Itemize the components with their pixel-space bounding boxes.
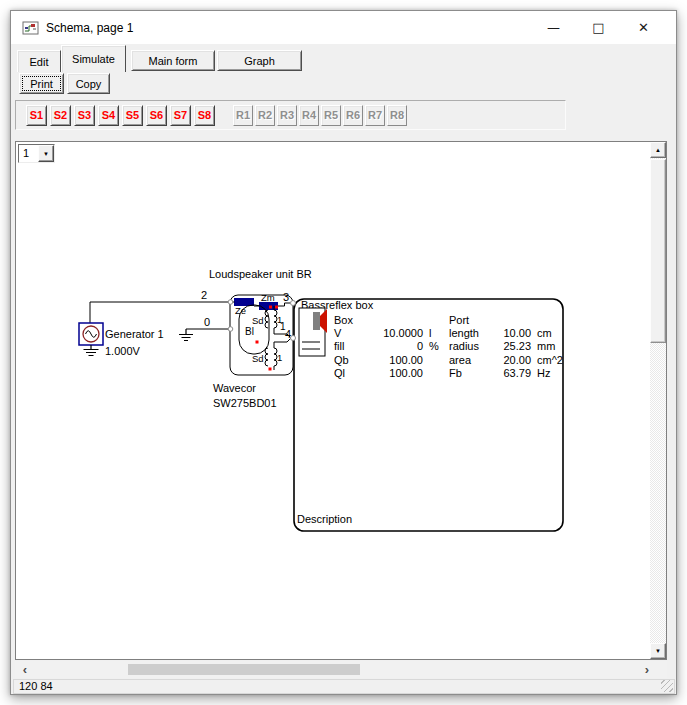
page-selector[interactable]: 1 ▼ [18, 144, 55, 163]
r4-button: R4 [299, 105, 319, 126]
r6-button: R6 [343, 105, 363, 126]
caption-buttons: — □ ✕ [531, 11, 666, 44]
scroll-down-button[interactable]: ▼ [650, 643, 666, 659]
scroll-up-button[interactable]: ▲ [650, 142, 666, 158]
ground-symbol[interactable] [179, 329, 228, 341]
r8-button: R8 [387, 105, 407, 126]
minimize-button[interactable]: — [531, 11, 576, 44]
schematic-canvas[interactable]: Generator 1 1.000V Loudspeaker unit BR 2… [15, 141, 667, 660]
tab-strip: Edit Simulate Main form Graph [11, 44, 676, 72]
s5-button[interactable]: S5 [122, 105, 143, 126]
box-header: Box [334, 314, 353, 326]
r2-button: R2 [255, 105, 275, 126]
s-button-group: S1 S2 S3 S4 S5 S6 S7 S8 [26, 105, 218, 126]
s8-button[interactable]: S8 [194, 105, 215, 126]
s4-button[interactable]: S4 [98, 105, 119, 126]
port-row-radius-label: radius [449, 340, 479, 352]
sd-bottom-label: Sd [252, 353, 264, 364]
print-button[interactable]: Print [19, 73, 64, 94]
copy-button[interactable]: Copy [67, 73, 110, 94]
port-row-radius-value: 25.23 [503, 340, 531, 352]
port-row-area-label: area [449, 354, 472, 366]
s3-button[interactable]: S3 [74, 105, 95, 126]
ze-label: Ze [235, 305, 246, 316]
app-icon [22, 20, 39, 36]
port-row-fb-unit: Hz [537, 367, 550, 379]
sd-top-label: Sd [252, 315, 264, 326]
port-row-length-label: length [449, 327, 479, 339]
window-title: Schema, page 1 [46, 21, 133, 35]
bassreflex-box-component[interactable]: Bassreflex box Box V 10.0000 l fill 0 % … [294, 299, 563, 531]
port-row-fb-value: 63.79 [503, 367, 531, 379]
description-label: Description [297, 513, 352, 525]
box-row-qb-value: 100.00 [389, 354, 423, 366]
scroll-up-icon: ▲ [655, 147, 661, 153]
s6-button[interactable]: S6 [146, 105, 167, 126]
box-row-v-unit: l [429, 327, 431, 339]
vertical-scrollbar[interactable]: ▲ ▼ [650, 142, 666, 659]
close-button[interactable]: ✕ [621, 11, 666, 44]
ratio-bottom-label: 1 [277, 352, 282, 363]
box-row-fill-label: fill [334, 340, 344, 352]
r1-button: R1 [233, 105, 253, 126]
page-selector-value: 1 [19, 145, 38, 162]
toolbar: Print Copy [11, 72, 676, 98]
r-button-group: R1 R2 R3 R4 R5 R6 R7 R8 [233, 105, 409, 126]
port-row-radius-unit: mm [537, 340, 555, 352]
port-header: Port [449, 314, 469, 326]
r3-button: R3 [277, 105, 297, 126]
scroll-right-button[interactable]: › [639, 661, 655, 678]
node-2-label: 2 [201, 289, 207, 301]
box-row-ql-label: Ql [334, 367, 345, 379]
port-row-fb-label: Fb [449, 367, 462, 379]
main-form-button[interactable]: Main form [131, 50, 215, 71]
unit-model: SW275BD01 [213, 397, 277, 409]
minimize-icon: — [547, 20, 560, 35]
tab-edit[interactable]: Edit [17, 50, 61, 72]
node-0-label: 0 [204, 316, 210, 328]
chevron-down-icon: ▼ [43, 151, 49, 157]
vertical-scrollbar-thumb[interactable] [650, 159, 666, 343]
box-row-ql-value: 100.00 [389, 367, 423, 379]
box-row-fill-value: 0 [417, 340, 423, 352]
port-row-area-value: 20.00 [503, 354, 531, 366]
horizontal-scrollbar-thumb[interactable] [128, 664, 360, 675]
scroll-left-icon: ‹ [23, 662, 27, 677]
s7-button[interactable]: S7 [170, 105, 191, 126]
maximize-icon: □ [592, 20, 604, 35]
close-icon: ✕ [638, 20, 649, 35]
schematic-drawing: Generator 1 1.000V Loudspeaker unit BR 2… [16, 142, 650, 659]
zm-label: Zm [261, 292, 275, 303]
s1-button[interactable]: S1 [26, 105, 47, 126]
cursor-coordinates: 120 84 [19, 680, 53, 692]
app-window: Schema, page 1 — □ ✕ Edit Simulate Main … [10, 10, 677, 695]
node-3-label: 3 [283, 291, 289, 303]
box-row-fill-unit: % [429, 340, 439, 352]
horizontal-scrollbar[interactable]: ‹ › [15, 661, 667, 678]
page-selector-dropdown-button[interactable]: ▼ [38, 145, 54, 162]
generator-voltage: 1.000V [105, 345, 141, 357]
simulation-buttons-panel: S1 S2 S3 S4 S5 S6 S7 S8 R1 R2 R3 R4 R5 R… [15, 100, 566, 130]
unit-title: Loudspeaker unit BR [209, 268, 312, 280]
title-bar[interactable]: Schema, page 1 — □ ✕ [11, 11, 676, 44]
box-row-v-value: 10.0000 [383, 327, 423, 339]
port-row-length-unit: cm [537, 327, 552, 339]
unit-brand: Wavecor [213, 382, 256, 394]
resize-grip[interactable] [661, 680, 673, 692]
r7-button: R7 [365, 105, 385, 126]
port-row-length-value: 10.00 [503, 327, 531, 339]
generator-label: Generator 1 [105, 328, 164, 340]
graph-button[interactable]: Graph [217, 50, 302, 71]
port-row-area-unit: cm^2 [537, 354, 563, 366]
magnet-icon [313, 312, 320, 330]
maximize-button[interactable]: □ [576, 11, 621, 44]
r5-button: R5 [321, 105, 341, 126]
bassreflex-enclosure-icon [299, 308, 327, 356]
scroll-right-icon: › [645, 662, 649, 677]
scroll-left-button[interactable]: ‹ [17, 661, 33, 678]
s2-button[interactable]: S2 [50, 105, 71, 126]
bl-label: Bl [245, 326, 254, 337]
box-row-qb-label: Qb [334, 354, 349, 366]
tab-simulate[interactable]: Simulate [61, 45, 126, 72]
box-row-v-label: V [334, 327, 342, 339]
